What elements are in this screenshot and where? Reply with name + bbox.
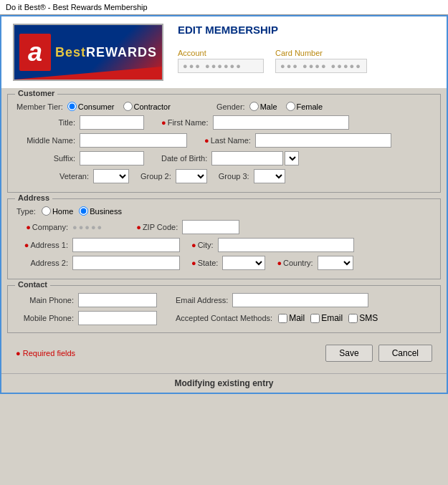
- mail-checkbox[interactable]: [278, 314, 287, 323]
- address2-label: Address 2:: [16, 259, 68, 267]
- edit-membership-title: EDIT MEMBERSHIP: [178, 24, 367, 36]
- customer-legend: Customer: [15, 89, 57, 97]
- title-label: Title:: [16, 118, 75, 127]
- contact-legend: Contact: [15, 280, 50, 289]
- address-section: Address Type: Home Business ●Company:: [7, 198, 441, 279]
- first-name-label: ●First Name:: [161, 118, 209, 127]
- country-label: ●Country:: [277, 259, 313, 267]
- address2-input[interactable]: [72, 256, 180, 270]
- address1-label: ●Address 1:: [16, 241, 68, 249]
- dob-input[interactable]: [211, 151, 283, 165]
- sms-checkbox-label[interactable]: SMS: [348, 313, 378, 323]
- cancel-button[interactable]: Cancel: [378, 345, 432, 362]
- veteran-label: Veteran:: [59, 172, 89, 181]
- suffix-label: Suffix:: [16, 154, 75, 163]
- group3-label: Group 3:: [219, 172, 249, 181]
- email-checkbox[interactable]: [310, 314, 320, 323]
- contractor-radio[interactable]: [123, 102, 133, 111]
- consumer-radio[interactable]: [67, 102, 77, 111]
- title-input[interactable]: [80, 115, 144, 130]
- female-radio[interactable]: [286, 102, 295, 111]
- gender-label: Gender:: [216, 102, 245, 111]
- state-label: ●State:: [191, 259, 218, 267]
- save-button[interactable]: Save: [325, 345, 372, 362]
- customer-section: Customer Member Tier: Consumer Contracto…: [7, 94, 441, 193]
- group2-dropdown[interactable]: [176, 169, 207, 183]
- company-label: ●Company:: [16, 223, 68, 231]
- home-radio[interactable]: [42, 206, 51, 216]
- dob-dropdown[interactable]: [285, 151, 299, 165]
- female-radio-label[interactable]: Female: [286, 102, 323, 111]
- accepted-contact-label: Accepted Contact Methods:: [176, 314, 272, 322]
- account-label: Account: [178, 49, 264, 57]
- main-phone-label: Main Phone:: [16, 296, 74, 304]
- address1-input[interactable]: [72, 238, 180, 252]
- city-label: ●City:: [191, 241, 214, 249]
- email-address-label: Email Address:: [176, 296, 228, 304]
- sms-checkbox[interactable]: [348, 314, 358, 323]
- first-name-input[interactable]: [213, 115, 349, 130]
- contractor-radio-label[interactable]: Contractor: [123, 102, 171, 111]
- middle-name-input[interactable]: [80, 133, 187, 148]
- last-name-label: ●Last Name:: [204, 136, 251, 145]
- member-tier-label: Member Tier:: [16, 102, 63, 111]
- required-note: ● Required fields: [16, 349, 75, 357]
- home-radio-label[interactable]: Home: [42, 206, 73, 216]
- card-number-value: ●●● ●●●● ●●●●●: [275, 59, 367, 73]
- card-number-label: Card Number: [275, 49, 367, 57]
- male-radio-label[interactable]: Male: [249, 102, 277, 111]
- mail-checkbox-label[interactable]: Mail: [278, 313, 305, 323]
- middle-name-label: Middle Name:: [16, 136, 75, 145]
- company-value: ●●●●●: [72, 223, 103, 231]
- status-bar: Modifying existing entry: [1, 373, 447, 393]
- logo-a-icon: a: [19, 34, 51, 71]
- suffix-input[interactable]: [80, 151, 144, 165]
- type-label: Type:: [16, 207, 36, 216]
- business-radio[interactable]: [79, 206, 88, 216]
- group2-label: Group 2:: [140, 172, 171, 181]
- email-checkbox-label[interactable]: Email: [310, 313, 343, 323]
- zip-input[interactable]: [182, 220, 239, 234]
- country-dropdown[interactable]: [318, 256, 353, 270]
- veteran-dropdown[interactable]: [93, 169, 129, 183]
- male-radio[interactable]: [249, 102, 259, 111]
- mobile-phone-label: Mobile Phone:: [16, 314, 74, 322]
- consumer-radio-label[interactable]: Consumer: [67, 102, 115, 111]
- business-radio-label[interactable]: Business: [79, 206, 122, 216]
- city-input[interactable]: [218, 238, 354, 252]
- address-legend: Address: [15, 193, 52, 202]
- group3-dropdown[interactable]: [254, 169, 285, 183]
- email-input[interactable]: [232, 293, 368, 307]
- title-bar-text: Do it Best® - Best Rewards Membership: [6, 3, 148, 11]
- status-text: Modifying existing entry: [174, 378, 273, 388]
- last-name-input[interactable]: [255, 133, 391, 148]
- state-dropdown[interactable]: [222, 256, 265, 270]
- mobile-phone-input[interactable]: [78, 311, 157, 325]
- main-phone-input[interactable]: [78, 293, 157, 307]
- dob-label: Date of Birth:: [161, 154, 207, 163]
- account-value: ●●● ●●●●●●: [178, 59, 264, 73]
- logo: a BestREWARDS: [13, 24, 163, 81]
- zip-label: ●ZIP Code:: [136, 223, 178, 231]
- contact-section: Contact Main Phone: Email Address: Mobil…: [7, 285, 441, 333]
